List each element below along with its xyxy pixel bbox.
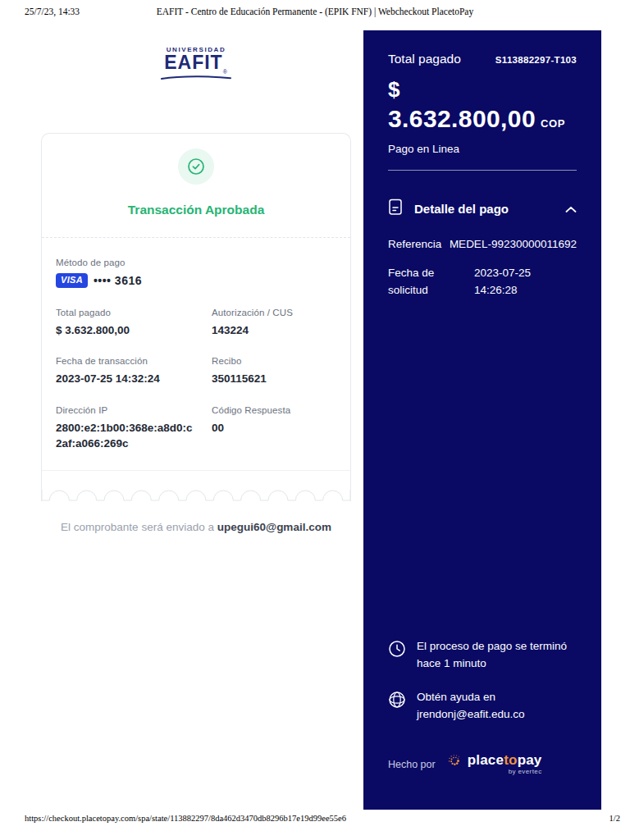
payment-detail-header[interactable]: Detalle del pago xyxy=(388,199,577,219)
payment-summary-sidebar: Total pagado S113882297-T103 $ 3.632.800… xyxy=(363,30,601,810)
process-finished-text: El proceso de pago se terminó hace 1 min… xyxy=(417,638,577,673)
ptp-pay: pay xyxy=(518,752,542,768)
total-paid-value: $ 3.632.800,00 xyxy=(56,322,197,339)
date-receipt-row: Fecha de transacción 2023-07-25 14:32:24… xyxy=(56,356,336,387)
total-paid-field: Total pagado $ 3.632.800,00 xyxy=(56,308,197,339)
ip-code-row: Dirección IP 2800:e2:1b00:368e:a8d0:c2af… xyxy=(56,405,336,452)
response-code-field: Código Respuesta 00 xyxy=(212,405,336,452)
total-auth-row: Total pagado $ 3.632.800,00 Autorización… xyxy=(56,308,336,339)
reference-value: MEDEL-99230000011692 xyxy=(450,238,577,250)
transaction-code: S113882297-T103 xyxy=(495,55,577,65)
help-email: jrendonj@eafit.edu.co xyxy=(417,706,525,724)
amount-row: 3.632.800,00COP xyxy=(388,105,577,132)
sidebar-divider xyxy=(388,170,577,171)
amount-value: 3.632.800,00 xyxy=(388,105,536,132)
visa-badge: VISA xyxy=(56,273,88,288)
email-note: El comprobante será enviado a upegui60@g… xyxy=(41,521,351,533)
receipt-fields: Método de pago VISA •••• 3616 Total paga… xyxy=(42,238,350,452)
response-code-value: 00 xyxy=(212,420,336,436)
transaction-date-value: 2023-07-25 14:32:24 xyxy=(56,371,197,387)
help-note: Obtén ayuda en jrendonj@eafit.edu.co xyxy=(388,689,577,724)
authorization-label: Autorización / CUS xyxy=(212,308,336,317)
response-code-label: Código Respuesta xyxy=(212,405,336,415)
ptp-to: to xyxy=(504,752,517,768)
total-paid-label: Total pagado xyxy=(56,308,197,317)
evertec-byline: by evertec xyxy=(468,769,542,775)
payment-method-value: VISA •••• 3616 xyxy=(56,273,336,288)
reference-row: Referencia MEDEL-99230000011692 xyxy=(388,238,577,250)
status-block: Transacción Aprobada xyxy=(42,134,350,237)
receipt-number-field: Recibo 350115621 xyxy=(212,356,336,387)
email-note-prefix: El comprobante será enviado a xyxy=(61,521,217,533)
eafit-swoosh xyxy=(160,75,232,80)
sidebar-total-label: Total pagado xyxy=(388,52,461,66)
success-check-icon xyxy=(178,148,214,185)
payment-method-label: Método de pago xyxy=(56,258,336,267)
help-label: Obtén ayuda en xyxy=(417,689,525,706)
reference-label: Referencia xyxy=(388,238,441,250)
ip-address-label: Dirección IP xyxy=(56,405,197,415)
transaction-date-field: Fecha de transacción 2023-07-25 14:32:24 xyxy=(56,356,197,387)
authorization-field: Autorización / CUS 143224 xyxy=(212,308,336,339)
process-finished-note: El proceso de pago se terminó hace 1 min… xyxy=(388,638,577,673)
scalloped-edge xyxy=(42,490,350,501)
transaction-date-label: Fecha de transacción xyxy=(56,356,197,366)
print-datetime: 25/7/23, 14:33 xyxy=(25,7,80,16)
authorization-value: 143224 xyxy=(212,322,336,339)
payment-method-field: Método de pago VISA •••• 3616 xyxy=(56,258,336,288)
request-date-row: Fecha de solicitud 2023-07-25 14:26:28 xyxy=(388,265,577,299)
placetopay-logo: placetopay by evertec xyxy=(447,753,542,775)
card-mask: •••• 3616 xyxy=(94,274,142,287)
checkout-main-area: UNIVERSIDAD EAFIT® Transacción Aprobada xyxy=(41,46,351,533)
receipt-card: Transacción Aprobada Método de pago VISA… xyxy=(41,133,351,501)
sidebar-spacer xyxy=(388,299,577,638)
ip-address-field: Dirección IP 2800:e2:1b00:368e:a8d0:c2af… xyxy=(56,405,197,452)
help-text: Obtén ayuda en jrendonj@eafit.edu.co xyxy=(417,689,525,724)
print-header: 25/7/23, 14:33 EAFIT - Centro de Educaci… xyxy=(25,7,605,20)
payment-description: Pago en Linea xyxy=(388,143,577,155)
print-preview-page: 25/7/23, 14:33 EAFIT - Centro de Educaci… xyxy=(0,0,630,840)
status-title: Transacción Aprobada xyxy=(55,203,337,217)
ticket-stub xyxy=(42,470,350,490)
sidebar-top-row: Total pagado S113882297-T103 xyxy=(388,52,577,66)
made-by-row: Hecho por xyxy=(388,753,577,775)
page-indicator: 1/2 xyxy=(609,814,620,823)
ip-address-value: 2800:e2:1b00:368e:a8d0:c2af:a066:269c xyxy=(56,420,197,452)
currency-code: COP xyxy=(541,117,565,130)
globe-icon xyxy=(388,689,406,724)
request-date-value: 2023-07-25 14:26:28 xyxy=(474,265,566,299)
placetopay-wordmark: placetopay by evertec xyxy=(468,753,542,775)
chevron-up-icon[interactable] xyxy=(565,202,577,217)
eafit-name: EAFIT xyxy=(164,52,222,73)
currency-symbol: $ xyxy=(388,79,577,101)
registered-mark: ® xyxy=(223,69,228,75)
email-note-address: upegui60@gmail.com xyxy=(217,521,331,533)
eafit-wordmark: EAFIT® xyxy=(164,53,228,75)
eafit-logo: UNIVERSIDAD EAFIT® xyxy=(41,46,351,80)
made-by-label: Hecho por xyxy=(388,759,436,770)
print-footer: https://checkout.placetopay.com/spa/stat… xyxy=(25,814,620,825)
clock-icon xyxy=(388,638,406,673)
print-url: https://checkout.placetopay.com/spa/stat… xyxy=(25,814,346,823)
request-date-label: Fecha de solicitud xyxy=(388,265,474,299)
payment-detail-title: Detalle del pago xyxy=(414,202,565,216)
ptp-place: place xyxy=(468,752,504,768)
print-title: EAFIT - Centro de Educación Permanente -… xyxy=(157,7,473,16)
receipt-number-label: Recibo xyxy=(212,356,336,366)
receipt-number-value: 350115621 xyxy=(212,371,336,387)
document-icon xyxy=(388,199,404,219)
placetopay-swirl-icon xyxy=(447,753,464,770)
